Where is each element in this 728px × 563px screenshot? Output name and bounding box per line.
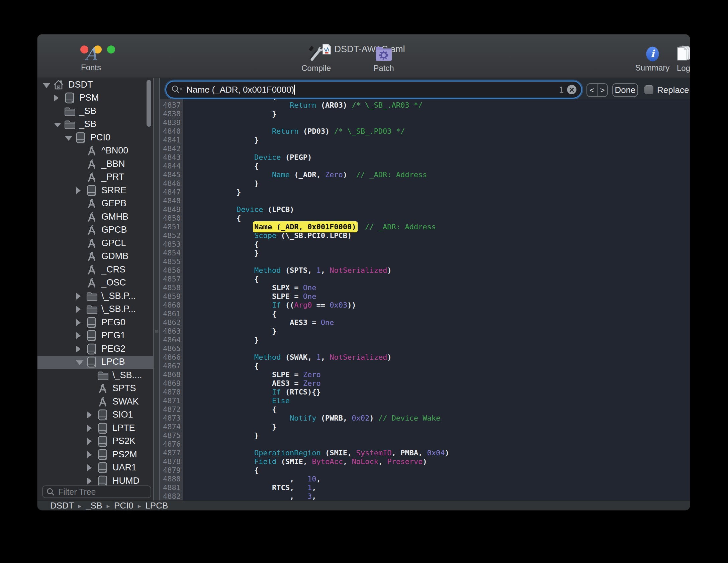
done-button[interactable]: Done <box>612 83 638 97</box>
disclosure-right-icon[interactable] <box>76 319 81 326</box>
tree-item-lpcb[interactable]: LPCB <box>37 356 153 369</box>
code-text: Return (PD03) /* \_SB_.PD03 */ <box>183 127 405 136</box>
log-button[interactable]: Log <box>672 45 690 73</box>
breadcrumb-item-pci0[interactable]: PCI0 <box>114 500 133 510</box>
code-line-4855: 4855 <box>160 257 690 266</box>
tree-item-gmhb[interactable]: GMHB <box>37 210 153 224</box>
tree-item-sb[interactable]: _SB <box>37 105 153 118</box>
tree-item-label: LPTE <box>112 423 135 433</box>
tree-item-sb[interactable]: _SB <box>37 118 153 131</box>
disclosure-right-icon[interactable] <box>87 464 92 471</box>
disclosure-right-icon[interactable] <box>76 187 81 194</box>
tree-item-crs[interactable]: _CRS <box>37 263 153 276</box>
line-number: 4881 <box>160 483 181 492</box>
find-next-button[interactable]: > <box>598 84 607 96</box>
tree-item-label: SPTS <box>112 383 136 393</box>
compile-tools-icon <box>307 45 325 62</box>
tree-item-sbp[interactable]: \_SB.P... <box>37 303 153 316</box>
replace-checkbox[interactable] <box>644 85 653 94</box>
clear-search-icon[interactable] <box>567 85 576 94</box>
compile-button[interactable]: Compile <box>300 45 332 73</box>
tree-item-label: PEG1 <box>101 330 125 341</box>
code-text: SLPE = One <box>183 292 316 301</box>
disclosure-right-icon[interactable] <box>76 293 81 300</box>
tree-item-prt[interactable]: _PRT <box>37 171 153 184</box>
breadcrumb-item-lpcb[interactable]: LPCB <box>145 500 168 510</box>
tree-item-srre[interactable]: SRRE <box>37 184 153 197</box>
fonts-button[interactable]: A Fonts <box>77 47 105 72</box>
code-editor[interactable]: 4836 {4837 Return (AR03) /* \_SB_.AR03 *… <box>160 99 690 500</box>
code-line-4862: 4862 AES3 = One <box>160 318 690 327</box>
code-line-4841: 4841 } <box>160 136 690 144</box>
tree-item-humd[interactable]: HUMD <box>37 474 153 485</box>
disclosure-down-icon[interactable] <box>76 360 83 365</box>
tree-item-sio1[interactable]: SIO1 <box>37 409 153 422</box>
disclosure-right-icon[interactable] <box>87 477 92 485</box>
disclosure-right-icon[interactable] <box>54 94 59 102</box>
tree-item-ps2m[interactable]: PS2M <box>37 448 153 461</box>
tree-item-label: LPCB <box>101 357 125 367</box>
line-number: 4870 <box>160 388 181 397</box>
tree-item-uar1[interactable]: UAR1 <box>37 461 153 475</box>
disclosure-right-icon[interactable] <box>87 425 92 432</box>
disclosure-right-icon[interactable] <box>76 345 81 353</box>
find-input[interactable]: Name (_ADR, 0x001F0000) 1 <box>166 82 581 98</box>
disclosure-down-icon[interactable] <box>65 136 72 141</box>
tree-item-gdmb[interactable]: GDMB <box>37 250 153 263</box>
tree-item-ps2k[interactable]: PS2K <box>37 435 153 448</box>
tree-item-label: DSDT <box>68 80 93 90</box>
disclosure-right-icon[interactable] <box>87 451 92 458</box>
tree-item-spts[interactable]: SPTS <box>37 382 153 396</box>
disclosure-right-icon[interactable] <box>76 306 81 313</box>
tree-item-label: PEG2 <box>101 344 125 354</box>
tree-item-peg1[interactable]: PEG1 <box>37 329 153 343</box>
tree-item-peg2[interactable]: PEG2 <box>37 342 153 356</box>
tree-item-gpcl[interactable]: GPCL <box>37 237 153 250</box>
patch-button[interactable]: Patch <box>369 45 398 73</box>
device-icon <box>97 462 108 473</box>
code-line-4858: 4858 SLPX = One <box>160 284 690 292</box>
find-previous-button[interactable]: < <box>587 84 598 96</box>
filter-tree-input[interactable]: Filter Tree <box>42 485 151 498</box>
text-caret <box>294 85 295 95</box>
tree-item-lpte[interactable]: LPTE <box>37 422 153 435</box>
tree-item-pci0[interactable]: PCI0 <box>37 131 153 144</box>
compile-label: Compile <box>301 64 331 73</box>
tree-item-dsdt[interactable]: DSDT <box>37 78 153 92</box>
disclosure-right-icon[interactable] <box>87 438 92 445</box>
disclosure-down-icon[interactable] <box>43 83 50 88</box>
disclosure-right-icon[interactable] <box>87 411 92 419</box>
method-icon <box>86 251 97 262</box>
tree-item-gpcb[interactable]: GPCB <box>37 224 153 237</box>
tree-item-sb[interactable]: \_SB.... <box>37 369 153 382</box>
tree-item-psm[interactable]: PSM <box>37 92 153 105</box>
method-icon <box>86 264 97 275</box>
tree-item-swak[interactable]: SWAK <box>37 395 153 409</box>
code-text: } <box>183 327 276 336</box>
tree-item-osc[interactable]: _OSC <box>37 276 153 290</box>
code-text: { <box>183 275 259 284</box>
tree-item-bn00[interactable]: ^BN00 <box>37 144 153 158</box>
line-number: 4860 <box>160 301 181 310</box>
tree-item-label: _OSC <box>101 277 126 288</box>
search-menu-icon <box>171 85 182 95</box>
disclosure-right-icon[interactable] <box>76 332 81 339</box>
code-text: , 10, <box>183 475 321 483</box>
disclosure-down-icon[interactable] <box>54 123 61 127</box>
tree-item-label: SWAK <box>112 397 139 407</box>
tree-item-gepb[interactable]: GEPB <box>37 197 153 211</box>
summary-button[interactable]: i Summary <box>635 46 670 73</box>
sidebar-scrollbar[interactable] <box>147 80 151 127</box>
method-icon <box>86 158 97 170</box>
code-line-4860: 4860 If ((Arg0 == 0x03)) <box>160 301 690 310</box>
zoom-button[interactable] <box>107 45 115 53</box>
breadcrumb-item-sb[interactable]: _SB <box>86 500 102 510</box>
code-line-4863: 4863 } <box>160 327 690 336</box>
tree-item-bbn[interactable]: _BBN <box>37 157 153 171</box>
tree-item-sbp[interactable]: \_SB.P... <box>37 290 153 303</box>
line-number: 4842 <box>160 144 181 153</box>
tree-item-peg0[interactable]: PEG0 <box>37 316 153 329</box>
pane-splitter[interactable] <box>153 78 160 500</box>
code-text: { <box>183 162 259 171</box>
breadcrumb-item-dsdt[interactable]: DSDT <box>50 500 74 510</box>
